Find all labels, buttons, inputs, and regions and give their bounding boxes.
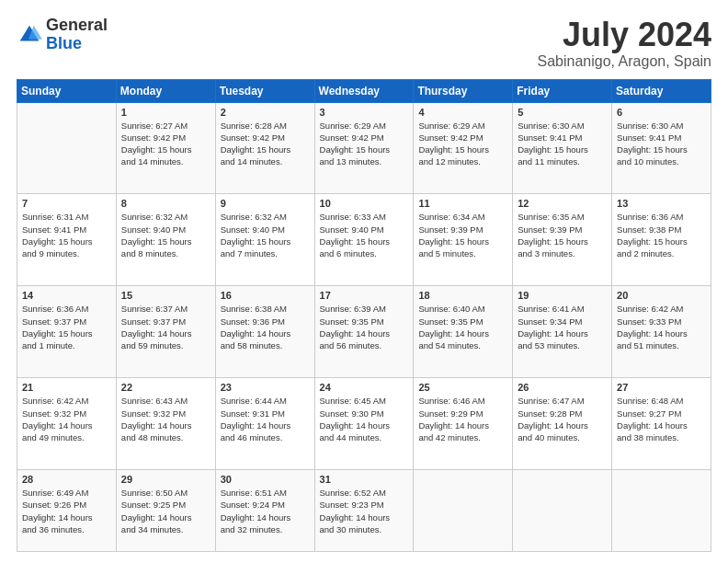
- cell-line: and 6 minutes.: [320, 247, 409, 259]
- cell-line: Sunset: 9:40 PM: [121, 224, 210, 236]
- cell-line: Daylight: 14 hours: [418, 419, 507, 431]
- cell-line: Sunrise: 6:47 AM: [518, 395, 607, 407]
- cell-line: Sunset: 9:39 PM: [418, 224, 507, 236]
- calendar-cell: 24Sunrise: 6:45 AMSunset: 9:30 PMDayligh…: [314, 378, 414, 470]
- cell-line: Sunrise: 6:39 AM: [320, 303, 409, 315]
- cell-line: Daylight: 14 hours: [221, 511, 310, 523]
- calendar-day-header: Wednesday: [314, 79, 414, 102]
- logo: General Blue: [17, 17, 108, 53]
- day-number: 1: [121, 107, 210, 118]
- calendar-cell: 28Sunrise: 6:49 AMSunset: 9:26 PMDayligh…: [17, 470, 117, 552]
- cell-line: Daylight: 15 hours: [22, 236, 111, 247]
- cell-line: Sunset: 9:42 PM: [320, 132, 409, 144]
- logo-icon: [17, 22, 42, 48]
- day-number: 7: [22, 198, 111, 209]
- day-number: 26: [518, 382, 607, 393]
- cell-line: Daylight: 15 hours: [121, 144, 210, 155]
- cell-line: Daylight: 15 hours: [121, 236, 210, 247]
- calendar-cell: 27Sunrise: 6:48 AMSunset: 9:27 PMDayligh…: [612, 378, 711, 470]
- calendar-cell: 22Sunrise: 6:43 AMSunset: 9:32 PMDayligh…: [116, 378, 215, 470]
- logo-text: General Blue: [46, 17, 108, 53]
- cell-line: Sunset: 9:26 PM: [22, 499, 111, 511]
- cell-line: Daylight: 14 hours: [121, 327, 210, 339]
- cell-line: Sunset: 9:41 PM: [617, 132, 706, 144]
- day-number: 12: [518, 198, 607, 209]
- cell-line: Daylight: 15 hours: [518, 144, 607, 155]
- calendar-day-header: Friday: [513, 79, 612, 102]
- calendar-cell: 10Sunrise: 6:33 AMSunset: 9:40 PMDayligh…: [314, 194, 414, 286]
- calendar-header-row: SundayMondayTuesdayWednesdayThursdayFrid…: [17, 79, 711, 102]
- cell-line: Sunset: 9:23 PM: [320, 499, 409, 511]
- cell-line: Sunset: 9:39 PM: [518, 224, 607, 236]
- cell-line: Sunset: 9:37 PM: [121, 316, 210, 327]
- cell-line: and 34 minutes.: [121, 523, 210, 535]
- cell-line: Sunset: 9:27 PM: [617, 408, 706, 419]
- calendar-day-header: Monday: [116, 79, 215, 102]
- cell-line: Sunset: 9:25 PM: [121, 499, 210, 511]
- cell-line: Daylight: 14 hours: [121, 511, 210, 523]
- cell-line: Daylight: 14 hours: [320, 419, 409, 431]
- cell-line: and 48 minutes.: [121, 431, 210, 443]
- cell-line: Daylight: 14 hours: [221, 419, 310, 431]
- calendar-cell: 1Sunrise: 6:27 AMSunset: 9:42 PMDaylight…: [116, 102, 215, 194]
- cell-line: Daylight: 15 hours: [418, 144, 507, 155]
- cell-line: Daylight: 15 hours: [418, 236, 507, 247]
- cell-line: Sunrise: 6:32 AM: [121, 211, 210, 223]
- calendar-day-header: Tuesday: [215, 79, 314, 102]
- cell-line: Sunset: 9:35 PM: [320, 316, 409, 327]
- calendar-cell: 3Sunrise: 6:29 AMSunset: 9:42 PMDaylight…: [314, 102, 414, 194]
- cell-line: Daylight: 14 hours: [617, 419, 706, 431]
- cell-line: and 42 minutes.: [418, 431, 507, 443]
- cell-line: Sunset: 9:41 PM: [518, 132, 607, 144]
- day-number: 9: [221, 198, 310, 209]
- cell-line: Sunset: 9:36 PM: [221, 316, 310, 327]
- calendar-day-header: Sunday: [17, 79, 117, 102]
- day-number: 29: [121, 474, 210, 485]
- cell-line: Sunrise: 6:29 AM: [320, 120, 409, 132]
- cell-line: Sunrise: 6:50 AM: [121, 487, 210, 499]
- calendar-cell: 30Sunrise: 6:51 AMSunset: 9:24 PMDayligh…: [215, 470, 314, 552]
- cell-line: Sunrise: 6:35 AM: [518, 211, 607, 223]
- cell-line: Sunset: 9:40 PM: [320, 224, 409, 236]
- cell-line: and 10 minutes.: [617, 155, 706, 167]
- cell-line: Sunset: 9:24 PM: [221, 499, 310, 511]
- cell-line: and 56 minutes.: [320, 339, 409, 351]
- cell-line: and 51 minutes.: [617, 339, 706, 351]
- day-number: 27: [617, 382, 706, 393]
- cell-line: Sunrise: 6:38 AM: [221, 303, 310, 315]
- cell-line: Sunset: 9:29 PM: [418, 408, 507, 419]
- calendar-cell: 13Sunrise: 6:36 AMSunset: 9:38 PMDayligh…: [612, 194, 711, 286]
- cell-line: Sunrise: 6:34 AM: [418, 211, 507, 223]
- calendar-cell: 31Sunrise: 6:52 AMSunset: 9:23 PMDayligh…: [314, 470, 414, 552]
- cell-line: Daylight: 15 hours: [221, 144, 310, 155]
- calendar-table: SundayMondayTuesdayWednesdayThursdayFrid…: [17, 79, 711, 552]
- cell-line: Daylight: 15 hours: [518, 236, 607, 247]
- cell-line: Daylight: 14 hours: [518, 327, 607, 339]
- cell-line: and 8 minutes.: [121, 247, 210, 259]
- cell-line: Daylight: 15 hours: [320, 236, 409, 247]
- calendar-cell: [414, 470, 513, 552]
- day-number: 10: [320, 198, 409, 209]
- calendar-cell: 29Sunrise: 6:50 AMSunset: 9:25 PMDayligh…: [116, 470, 215, 552]
- cell-line: Daylight: 14 hours: [221, 327, 310, 339]
- calendar-cell: 20Sunrise: 6:42 AMSunset: 9:33 PMDayligh…: [612, 286, 711, 378]
- cell-line: and 44 minutes.: [320, 431, 409, 443]
- day-number: 17: [320, 290, 409, 301]
- day-number: 11: [418, 198, 507, 209]
- day-number: 18: [418, 290, 507, 301]
- page: General Blue July 2024 Sabinanigo, Arago…: [0, 0, 728, 563]
- day-number: 13: [617, 198, 706, 209]
- calendar-cell: 5Sunrise: 6:30 AMSunset: 9:41 PMDaylight…: [513, 102, 612, 194]
- day-number: 2: [221, 107, 310, 118]
- day-number: 22: [121, 382, 210, 393]
- calendar-cell: 19Sunrise: 6:41 AMSunset: 9:34 PMDayligh…: [513, 286, 612, 378]
- cell-line: and 46 minutes.: [221, 431, 310, 443]
- logo-blue: Blue: [46, 34, 82, 52]
- cell-line: Sunset: 9:42 PM: [121, 132, 210, 144]
- cell-line: Sunrise: 6:48 AM: [617, 395, 706, 407]
- cell-line: Daylight: 14 hours: [518, 419, 607, 431]
- day-number: 19: [518, 290, 607, 301]
- cell-line: and 3 minutes.: [518, 247, 607, 259]
- cell-line: Sunrise: 6:37 AM: [121, 303, 210, 315]
- cell-line: Sunrise: 6:28 AM: [221, 120, 310, 132]
